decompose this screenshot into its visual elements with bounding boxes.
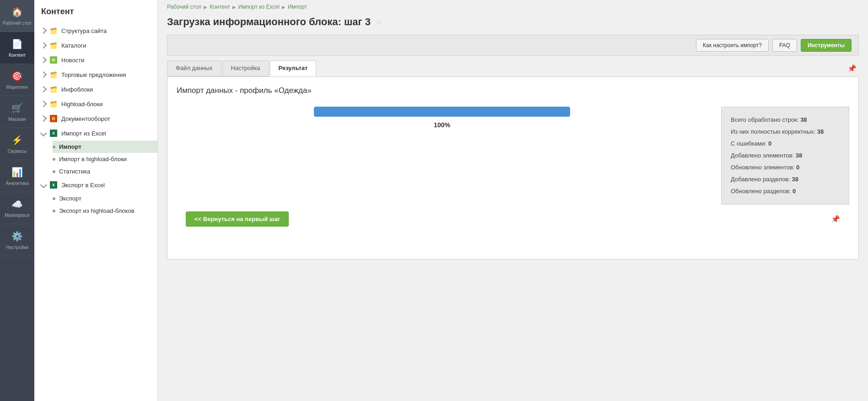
services-icon: ⚡ bbox=[11, 134, 24, 146]
tools-button[interactable]: Инструменты bbox=[801, 39, 852, 52]
tab-file-data[interactable]: Файл данных bbox=[167, 60, 221, 76]
stat-total-rows-label: Всего обработано строк: bbox=[731, 116, 799, 123]
sidebar-label-highload: Highload-блоки bbox=[61, 101, 102, 108]
stat-updated-elements-label: Обновлено элементов: bbox=[731, 164, 794, 171]
news-icon: N bbox=[49, 56, 58, 64]
breadcrumb-import[interactable]: Импорт bbox=[288, 4, 307, 10]
export-submenu: Экспорт Экспорт из highload-блоков bbox=[34, 192, 157, 217]
left-nav: 🏠 Рабочий стол 📄 Контент 🎯 Маркетинг 🛒 М… bbox=[0, 0, 34, 401]
nav-label-settings: Настройки bbox=[6, 245, 28, 250]
highload-icon: 🗂️ bbox=[49, 100, 58, 108]
content-box: Импорт данных - профиль «Одежда» 100% Вс… bbox=[167, 76, 859, 260]
nav-label-marketplace: Marketplace bbox=[5, 213, 29, 218]
sidebar-item-highload[interactable]: 🗂️ Highload-блоки bbox=[34, 97, 157, 111]
sidebar-sub-item-export[interactable]: Экспорт bbox=[53, 192, 157, 205]
sidebar-label-docflow: Документооборот bbox=[61, 115, 110, 122]
progress-bar-container bbox=[314, 107, 570, 117]
tab-settings[interactable]: Настройка bbox=[222, 60, 269, 76]
sidebar-item-site-structure[interactable]: 🗂️ Структура сайта bbox=[34, 23, 157, 38]
dot-icon bbox=[53, 146, 55, 148]
sidebar-sub-item-stats[interactable]: Статистика bbox=[53, 165, 157, 178]
main-content: Рабочий стол ▶ Контент ▶ Импорт из Excel… bbox=[158, 0, 868, 401]
arrow-icon bbox=[40, 27, 47, 34]
nav-label-marketing: Маркетинг bbox=[6, 85, 28, 90]
nav-item-shop[interactable]: 🛒 Магазин bbox=[0, 96, 34, 128]
marketing-icon: 🎯 bbox=[11, 70, 24, 82]
sidebar-label-excel-import: Импорт из Excel bbox=[61, 130, 106, 137]
sidebar-sub-label-import: Импорт bbox=[59, 143, 81, 150]
grid-icon: 🗂️ bbox=[49, 27, 58, 35]
how-to-import-button[interactable]: Как настроить импорт? bbox=[696, 39, 769, 52]
nav-label-content: Контент bbox=[9, 53, 26, 58]
sidebar-sub-item-import-highload[interactable]: Импорт в highload-блоки bbox=[53, 153, 157, 165]
stat-errors-label: С ошибками: bbox=[731, 140, 766, 147]
sidebar-item-news[interactable]: N Новости bbox=[34, 53, 157, 67]
nav-item-marketing[interactable]: 🎯 Маркетинг bbox=[0, 64, 34, 96]
back-to-first-step-button[interactable]: << Вернуться на первый шаг bbox=[186, 211, 289, 227]
favorite-star-icon[interactable]: ☆ bbox=[375, 17, 383, 27]
sidebar-item-trade-offers[interactable]: 🗂️ Торговые предложения bbox=[34, 67, 157, 82]
sidebar-label-news: Новости bbox=[61, 57, 84, 64]
nav-item-marketplace[interactable]: ☁️ Marketplace bbox=[0, 192, 34, 224]
progress-area: 100% Всего обработано строк: 38 Из них п… bbox=[177, 107, 849, 205]
import-submenu: Импорт Импорт в highload-блоки Статистик… bbox=[34, 141, 157, 178]
page-title: Загрузка информационного блока: шаг 3 bbox=[167, 16, 371, 28]
sidebar: Контент 🗂️ Структура сайта 🗂️ Каталоги N… bbox=[34, 0, 158, 401]
sidebar-item-infoblocks[interactable]: 🗂️ Инфоблоки bbox=[34, 82, 157, 97]
sidebar-item-catalogs[interactable]: 🗂️ Каталоги bbox=[34, 38, 157, 53]
stat-updated-sections: Обновлено разделов: 0 bbox=[731, 185, 840, 197]
marketplace-icon: ☁️ bbox=[11, 198, 24, 211]
nav-item-desktop[interactable]: 🏠 Рабочий стол bbox=[0, 0, 34, 32]
sidebar-sub-item-export-highload[interactable]: Экспорт из highload-блоков bbox=[53, 205, 157, 217]
breadcrumb-content[interactable]: Контент bbox=[210, 4, 230, 10]
arrow-down-icon bbox=[40, 130, 47, 136]
nav-item-services[interactable]: ⚡ Сервисы bbox=[0, 128, 34, 160]
tab-spacer bbox=[317, 60, 845, 77]
nav-label-analytics: Аналитика bbox=[6, 181, 29, 186]
breadcrumb-sep-3: ▶ bbox=[282, 5, 286, 10]
arrow-icon bbox=[40, 57, 47, 63]
arrow-icon bbox=[40, 42, 47, 49]
sidebar-title: Контент bbox=[34, 7, 157, 23]
excel-import-icon: X bbox=[49, 129, 58, 137]
analytics-icon: 📊 bbox=[11, 166, 24, 179]
stat-updated-elements: Обновлено элементов: 0 bbox=[731, 162, 840, 173]
home-icon: 🏠 bbox=[11, 5, 24, 18]
dot-icon bbox=[53, 158, 55, 161]
import-section-title: Импорт данных - профиль «Одежда» bbox=[177, 86, 849, 95]
dot-icon bbox=[53, 197, 55, 200]
shop-icon: 🛒 bbox=[11, 102, 24, 114]
breadcrumb-excel-import[interactable]: Импорт из Excel bbox=[238, 4, 280, 10]
sidebar-label-trade-offers: Торговые предложения bbox=[61, 71, 126, 78]
sidebar-label-site-structure: Структура сайта bbox=[61, 27, 107, 34]
sidebar-sub-label-export: Экспорт bbox=[59, 195, 81, 202]
faq-button[interactable]: FAQ bbox=[772, 39, 797, 52]
sidebar-sub-item-import[interactable]: Импорт bbox=[53, 141, 157, 153]
sidebar-label-catalogs: Каталоги bbox=[61, 42, 86, 49]
progress-bar-fill bbox=[314, 107, 570, 117]
nav-label-desktop: Рабочий стол bbox=[3, 21, 32, 26]
sidebar-item-excel-import[interactable]: X Импорт из Excel bbox=[34, 126, 157, 141]
breadcrumb: Рабочий стол ▶ Контент ▶ Импорт из Excel… bbox=[158, 0, 868, 14]
stat-added-sections: Добавлено разделов: 38 bbox=[731, 173, 840, 185]
breadcrumb-sep-2: ▶ bbox=[232, 5, 236, 10]
arrow-icon bbox=[40, 115, 47, 122]
progress-label: 100% bbox=[434, 121, 450, 129]
sidebar-item-excel-export[interactable]: X Экспорт в Excel bbox=[34, 178, 157, 192]
trade-icon: 🗂️ bbox=[49, 70, 58, 79]
tab-result[interactable]: Результат bbox=[270, 60, 317, 76]
sidebar-item-docflow[interactable]: D Документооборот bbox=[34, 111, 157, 126]
nav-item-settings[interactable]: ⚙️ Настройки bbox=[0, 224, 34, 256]
breadcrumb-desktop[interactable]: Рабочий стол bbox=[167, 4, 201, 10]
nav-item-content[interactable]: 📄 Контент bbox=[0, 32, 34, 64]
stat-total-rows: Всего обработано строк: 38 bbox=[731, 114, 840, 126]
stat-updated-sections-label: Обновлено разделов: bbox=[731, 188, 791, 195]
breadcrumb-sep-1: ▶ bbox=[204, 5, 207, 10]
content-icon: 📄 bbox=[11, 38, 24, 50]
infoblocks-icon: 🗂️ bbox=[49, 85, 58, 93]
bottom-pin-icon[interactable]: 📌 bbox=[831, 215, 840, 223]
nav-item-analytics[interactable]: 📊 Аналитика bbox=[0, 160, 34, 192]
dot-icon bbox=[53, 170, 55, 173]
page-title-bar: Загрузка информационного блока: шаг 3 ☆ bbox=[158, 14, 868, 35]
pin-icon[interactable]: 📌 bbox=[845, 60, 859, 76]
